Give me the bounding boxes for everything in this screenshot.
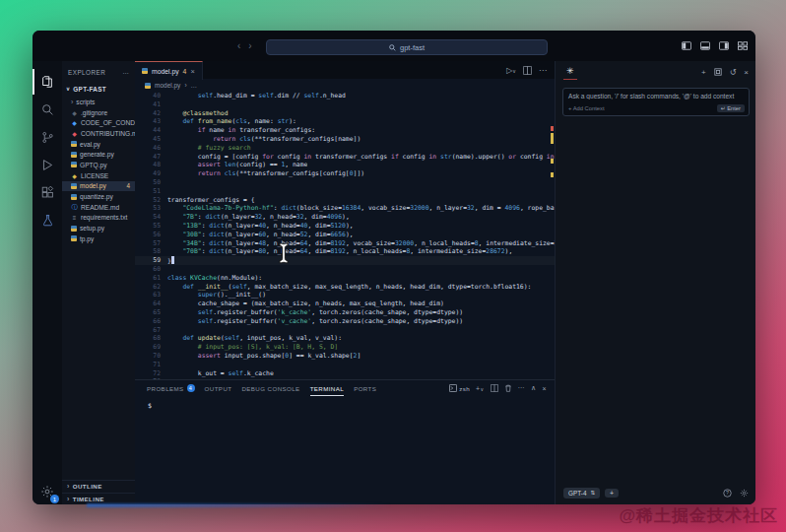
new-chat-icon[interactable]: + — [701, 68, 706, 77]
code-line-66[interactable]: 66 self.register_buffer('v_cache', torch… — [135, 317, 555, 326]
panel-tab-debug-console[interactable]: DEBUG CONSOLE — [241, 380, 299, 396]
file-tree-item--gitignore[interactable]: ◆.gitignore — [62, 107, 135, 118]
explorer-icon[interactable] — [33, 69, 62, 95]
nav-back-icon[interactable]: ‹ — [237, 40, 240, 51]
code-line-50[interactable]: 50 — [135, 178, 555, 187]
problems-badge: 4 — [187, 384, 195, 392]
file-tree-item-model-py[interactable]: model.py4 — [62, 181, 135, 192]
code-line-48[interactable]: 48 assert len(config) == 1, name — [135, 161, 555, 169]
code-line-59[interactable]: 59} — [135, 256, 555, 265]
code-line-41[interactable]: 41 — [135, 100, 555, 109]
file-tree-item-eval-py[interactable]: eval.py — [62, 139, 135, 150]
code-line-70[interactable]: 70 assert input_pos.shape[0] == k_val.sh… — [135, 352, 555, 361]
code-line-72[interactable]: 72 k_out = self.k_cache — [135, 369, 555, 378]
code-line-61[interactable]: 61class KVCache(nn.Module): — [135, 274, 555, 283]
code-line-71[interactable]: 71 — [135, 361, 555, 369]
run-python-file-icon[interactable]: ▷∨ — [506, 66, 516, 75]
file-tree-item-setup-py[interactable]: setup.py — [62, 223, 135, 233]
add-context-button[interactable]: + Add Context — [568, 105, 605, 111]
file-tree-item-contributing-md[interactable]: ◆CONTRIBUTING.md — [62, 128, 135, 139]
code-line-64[interactable]: 64 cache_shape = (max_batch_size, n_head… — [135, 299, 555, 308]
testing-icon[interactable] — [33, 207, 62, 233]
panel-tab-problems[interactable]: PROBLEMS4 — [147, 380, 195, 396]
command-center-search[interactable]: gpt-fast — [266, 39, 548, 55]
maximize-chat-icon[interactable] — [714, 68, 722, 76]
code-line-67[interactable]: 67 — [135, 326, 555, 335]
code-line-44[interactable]: 44 if name in transformer_configs: — [135, 126, 555, 135]
code-line-63[interactable]: 63 super().__init__() — [135, 291, 555, 299]
panel-more-icon[interactable]: ⋯ — [518, 384, 525, 392]
code-line-58[interactable]: 58 "70B": dict(n_layer=80, n_head=64, di… — [135, 247, 555, 256]
split-editor-icon[interactable] — [523, 66, 532, 75]
code-line-55[interactable]: 55 "13B": dict(n_layer=40, n_head=40, di… — [135, 222, 555, 231]
code-line-62[interactable]: 62 def __init__(self, max_batch_size, ma… — [135, 283, 555, 292]
maximize-panel-icon[interactable]: ∧ — [531, 384, 537, 392]
settings-gear-icon[interactable]: 1 — [33, 479, 62, 504]
editor-more-icon[interactable]: ⋯ — [539, 66, 547, 75]
code-line-42[interactable]: 42 @classmethod — [135, 109, 555, 118]
code-line-49[interactable]: 49 return cls(**transformer_configs[conf… — [135, 169, 555, 178]
code-line-45[interactable]: 45 return cls(**transformer_configs[name… — [135, 135, 555, 144]
file-tree-item-scripts[interactable]: ›scripts — [62, 97, 135, 107]
code-line-47[interactable]: 47 config = [config for config in transf… — [135, 153, 555, 162]
line-number: 40 — [135, 92, 167, 100]
breadcrumb[interactable]: model.py › … — [135, 79, 564, 92]
file-tree-item-generate-py[interactable]: generate.py — [62, 149, 135, 160]
code-line-65[interactable]: 65 self.register_buffer('k_cache', torch… — [135, 308, 555, 317]
ai-sparkle-icon[interactable]: ✳ — [563, 64, 577, 80]
chat-input[interactable]: Ask a question, '/' for slash commands, … — [562, 88, 750, 116]
model-selector[interactable]: GPT-4 ⇅ — [563, 488, 600, 499]
file-tree-item-gptq-py[interactable]: GPTQ.py — [62, 160, 135, 170]
add-model-button[interactable]: + — [605, 489, 619, 498]
file-tree-item-code-of-conduc-[interactable]: ◆CODE_OF_CONDUC... — [62, 117, 135, 128]
run-debug-icon[interactable] — [33, 152, 62, 177]
chat-history-icon[interactable]: ↺ — [730, 68, 737, 77]
customize-layout-icon[interactable] — [738, 41, 748, 50]
shell-label[interactable]: zsh — [449, 384, 470, 392]
line-number: 71 — [135, 361, 167, 369]
file-tree-item-tp-py[interactable]: tp.py — [62, 233, 135, 244]
code-line-60[interactable]: 60 — [135, 265, 555, 274]
code-line-46[interactable]: 46 # fuzzy search — [135, 144, 555, 153]
new-terminal-icon[interactable]: +∨ — [476, 385, 485, 392]
close-chat-icon[interactable]: × — [744, 68, 749, 77]
line-number: 64 — [135, 299, 167, 308]
nav-forward-icon[interactable]: › — [248, 40, 251, 51]
search-sidebar-icon[interactable] — [33, 97, 62, 122]
file-tree-item-readme-md[interactable]: ⓘREADME.md — [62, 202, 135, 213]
code-line-43[interactable]: 43 def from_name(cls, name: str): — [135, 117, 555, 126]
file-tree-item-license[interactable]: ◆LICENSE — [62, 170, 135, 181]
source-control-icon[interactable] — [33, 124, 62, 150]
help-icon[interactable]: ? — [723, 489, 732, 498]
panel-tab-ports[interactable]: PORTS — [354, 380, 376, 396]
code-line-68[interactable]: 68 def update(self, input_pos, k_val, v_… — [135, 334, 555, 343]
code-line-54[interactable]: 54 "7B": dict(n_layer=32, n_head=32, dim… — [135, 213, 555, 222]
code-line-52[interactable]: 52transformer_configs = { — [135, 196, 555, 205]
tab-close-icon[interactable]: × — [190, 67, 194, 76]
code-line-56[interactable]: 56 "30B": dict(n_layer=60, n_head=52, di… — [135, 231, 555, 239]
code-line-51[interactable]: 51 — [135, 187, 555, 196]
split-terminal-icon[interactable] — [491, 384, 498, 392]
tab-model-py[interactable]: model.py 4 × — [135, 61, 203, 80]
workspace-root[interactable]: ∨ GPT-FAST — [62, 83, 135, 95]
toggle-panel-icon[interactable] — [700, 41, 710, 50]
code-line-53[interactable]: 53 "CodeLlama-7b-Python-hf": dict(block_… — [135, 204, 555, 213]
terminal-prompt[interactable]: $ — [148, 402, 152, 410]
panel-tab-terminal[interactable]: TERMINAL — [310, 380, 345, 396]
panel-tab-output[interactable]: OUTPUT — [205, 380, 232, 396]
close-panel-icon[interactable]: × — [543, 385, 548, 392]
code-line-69[interactable]: 69 # input_pos: [S], k_val: [B, H, S, D] — [135, 343, 555, 352]
toggle-secondary-sidebar-icon[interactable] — [719, 41, 729, 50]
explorer-more-icon[interactable]: ⋯ — [122, 69, 129, 76]
code-editor[interactable]: 40 self.head_dim = self.dim // self.n_he… — [135, 92, 555, 379]
chat-settings-icon[interactable] — [740, 489, 749, 498]
line-number: 65 — [135, 308, 167, 317]
kill-terminal-icon[interactable] — [504, 384, 512, 392]
code-line-57[interactable]: 57 "34B": dict(n_layer=48, n_head=64, di… — [135, 239, 555, 248]
outline-section[interactable]: › OUTLINE — [62, 480, 135, 493]
file-tree-item-requirements-txt[interactable]: ≡requirements.txt — [62, 213, 135, 224]
extensions-icon[interactable] — [33, 179, 62, 205]
code-line-40[interactable]: 40 self.head_dim = self.dim // self.n_he… — [135, 92, 555, 100]
toggle-sidebar-icon[interactable] — [682, 41, 691, 50]
file-tree-item-quantize-py[interactable]: quantize.py — [62, 191, 135, 202]
